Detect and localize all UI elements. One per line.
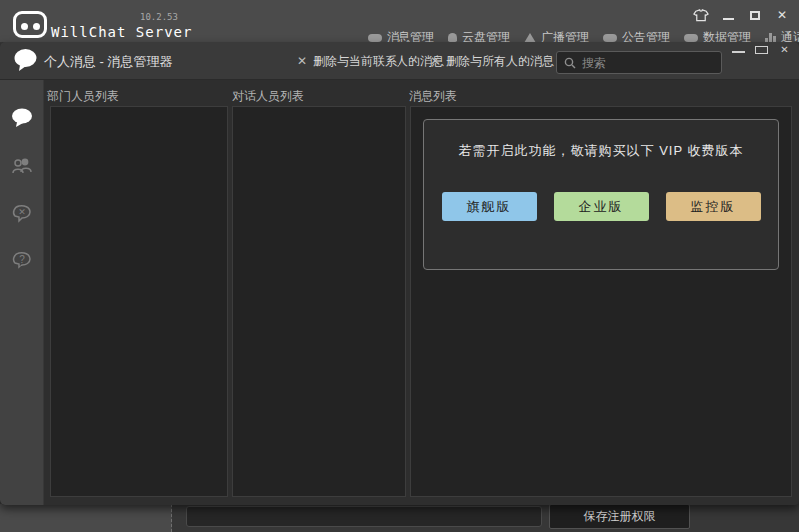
dialog-minimize-button[interactable] [732,44,745,56]
svg-text:✕: ✕ [18,207,26,217]
main-titlebar: WillChat Server 10.2.53 ✕ 消息管理 云盘管理 广播管理 [0,0,799,42]
chat-bubble-icon [13,48,38,73]
chart-icon [765,33,776,42]
skin-shirt-icon[interactable] [692,6,710,24]
dialog-maximize-button[interactable] [755,44,768,56]
x-icon: ✕ [297,54,307,68]
magnifier-icon [564,57,576,69]
user-x-icon: ✕ [11,203,33,223]
close-button[interactable]: ✕ [773,6,791,24]
minimize-button[interactable] [719,6,737,24]
app-logo-robot-face-icon [13,11,47,38]
sidebar-item-messages[interactable] [0,100,44,136]
dialog-close-button[interactable]: ✕ [778,44,791,56]
save-registration-button[interactable]: 保存注册权限 [549,504,690,529]
vip-message: 若需开启此功能，敬请购买以下 VIP 收费版本 [424,142,778,160]
vip-upsell-panel: 若需开启此功能，敬请购买以下 VIP 收费版本 旗舰版 企业版 监控版 [423,119,779,270]
logo-eye [33,23,40,30]
vip-enterprise-button[interactable]: 企业版 [554,192,649,221]
vip-buttons: 旗舰版 企业版 监控版 [424,192,778,221]
delete-current-contact-messages-button[interactable]: ✕ 删除与当前联系人的消息 [297,51,444,71]
user-question-icon: ? [11,250,33,269]
vip-flagship-button[interactable]: 旗舰版 [442,192,537,221]
triangle-icon [524,33,536,43]
search-input[interactable] [582,56,702,70]
main-window-bottom: 保存注册权限 [0,504,799,532]
conversation-list[interactable] [232,106,406,497]
double-x-icon: ✕ [430,54,440,68]
logo-eye [21,23,28,30]
message-list: 若需开启此功能，敬请购买以下 VIP 收费版本 旗舰版 企业版 监控版 [410,106,792,497]
cloud-icon [684,34,698,42]
dialog-title: 个人消息 - 消息管理器 [44,53,173,71]
button-label: 删除与所有人的消息 [446,53,554,70]
registration-input[interactable] [186,506,542,527]
dialog-window-controls: ✕ [732,44,791,56]
vip-monitor-button[interactable]: 监控版 [666,192,761,221]
person-icon [448,33,457,42]
message-manager-dialog: 个人消息 - 消息管理器 ✕ 删除与当前联系人的消息 ✕ 删除与所有人的消息 ✕ [0,42,799,505]
sidebar-item-users-deleted[interactable]: ✕ [0,195,44,231]
main-window-controls: ✕ [692,6,791,24]
svg-text:?: ? [19,254,25,265]
maximize-button[interactable] [746,6,764,24]
dialog-titlebar: 个人消息 - 消息管理器 ✕ 删除与当前联系人的消息 ✕ 删除与所有人的消息 ✕ [0,42,799,80]
chat-bubble-icon [11,108,33,128]
sidebar-item-users-unknown[interactable]: ? [0,242,44,277]
cloud-icon [603,34,617,42]
bottom-left-panel [0,504,172,532]
sidebar-item-users[interactable] [0,148,44,184]
cloud-icon [368,34,382,42]
column-header-departments: 部门人员列表 [47,88,119,105]
users-icon [11,157,33,175]
app-version: 10.2.53 [140,12,178,22]
app-root: WillChat Server 10.2.53 ✕ 消息管理 云盘管理 广播管理 [0,0,799,532]
search-box[interactable] [556,51,722,74]
app-title: WillChat Server [51,24,192,40]
column-header-conversations: 对话人员列表 [232,88,304,105]
column-header-messages: 消息列表 [409,88,457,105]
delete-all-messages-button[interactable]: ✕ 删除与所有人的消息 [430,51,554,71]
button-label: 删除与当前联系人的消息 [313,53,444,70]
department-list[interactable] [50,106,228,497]
dialog-sidebar: ✕ ? [0,80,44,505]
